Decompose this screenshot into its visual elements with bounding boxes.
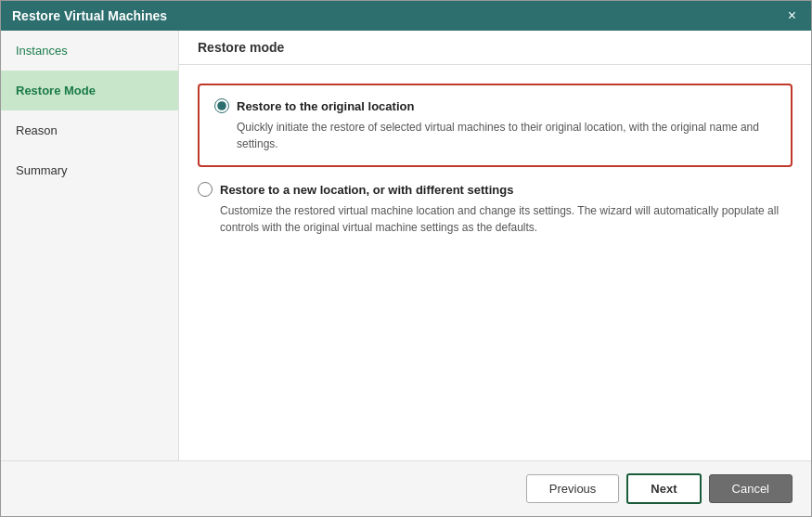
option-original-location-description: Quickly initiate the restore of selected…	[237, 119, 776, 152]
option-original-location-label: Restore to the original location	[237, 99, 414, 113]
radio-new-location[interactable]	[198, 182, 213, 197]
option-new-location-description: Customize the restored virtual machine l…	[220, 202, 793, 236]
radio-original-location[interactable]	[214, 98, 229, 113]
previous-button[interactable]: Previous	[526, 474, 620, 503]
restore-vm-dialog: Restore Virtual Machines × Instances Res…	[0, 0, 812, 517]
dialog-title: Restore Virtual Machines	[12, 8, 167, 23]
option-new-location-section: Restore to a new location, or with diffe…	[198, 182, 793, 236]
sidebar-item-restore-mode[interactable]: Restore Mode	[1, 71, 178, 110]
option-new-location-row: Restore to a new location, or with diffe…	[198, 182, 793, 197]
option-original-location-card: Restore to the original location Quickly…	[198, 84, 793, 167]
sidebar: Instances Restore Mode Reason Summary	[1, 31, 179, 460]
dialog-body: Instances Restore Mode Reason Summary Re…	[1, 31, 811, 460]
sidebar-item-reason[interactable]: Reason	[1, 110, 178, 150]
cancel-button[interactable]: Cancel	[709, 474, 793, 503]
option-original-location-row: Restore to the original location	[214, 98, 776, 113]
sidebar-item-summary[interactable]: Summary	[1, 150, 178, 190]
dialog-footer: Previous Next Cancel	[1, 460, 811, 516]
next-button[interactable]: Next	[626, 473, 701, 504]
close-button[interactable]: ×	[784, 8, 800, 23]
content-area: Restore to the original location Quickly…	[179, 65, 811, 460]
main-content: Restore mode Restore to the original loc…	[179, 31, 811, 460]
sidebar-item-instances[interactable]: Instances	[1, 31, 178, 71]
dialog-titlebar: Restore Virtual Machines ×	[1, 1, 811, 31]
option-new-location-label: Restore to a new location, or with diffe…	[220, 183, 513, 197]
content-header: Restore mode	[179, 31, 811, 65]
